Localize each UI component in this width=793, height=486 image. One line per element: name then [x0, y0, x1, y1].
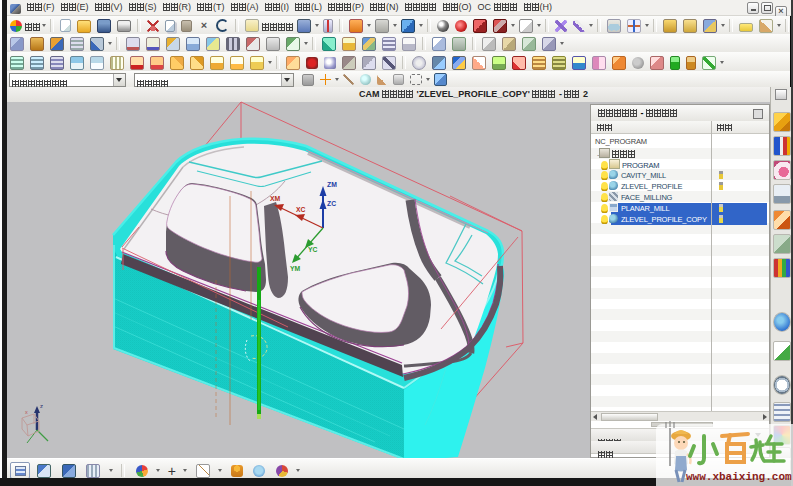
svg-text:x: x: [25, 409, 28, 415]
svg-text:www.xbaixing.com: www.xbaixing.com: [686, 471, 792, 483]
svg-text:z: z: [40, 403, 43, 409]
svg-text:XC: XC: [296, 206, 306, 213]
svg-text:YM: YM: [290, 265, 301, 272]
svg-text:XM: XM: [270, 195, 281, 202]
svg-text:ZM: ZM: [327, 181, 337, 188]
svg-text:YC: YC: [308, 246, 318, 253]
svg-text:ZC: ZC: [327, 200, 336, 207]
